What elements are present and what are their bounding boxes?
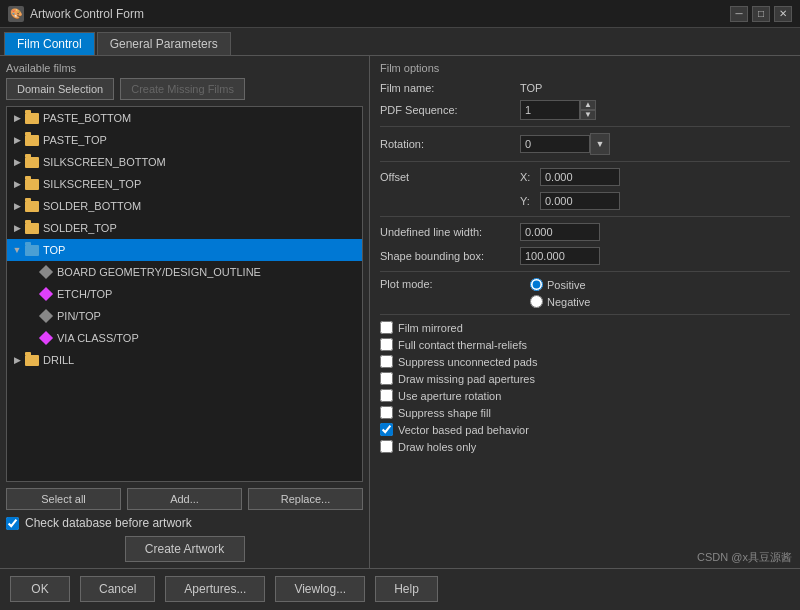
shape-bounding-box-row: Shape bounding box: [380, 247, 790, 265]
film-item-solder-bottom[interactable]: ▶ SOLDER_BOTTOM [7, 195, 362, 217]
folder-icon-paste-bottom [25, 113, 39, 124]
offset-x-label: X: [520, 171, 540, 183]
film-label-paste-bottom: PASTE_BOTTOM [43, 112, 131, 124]
diamond-icon-via-class-top [39, 331, 53, 345]
folder-icon-top [25, 245, 39, 256]
expand-arrow: ▶ [11, 156, 23, 168]
film-item-via-class-top[interactable]: VIA CLASS/TOP [23, 327, 362, 349]
title-text: Artwork Control Form [30, 7, 730, 21]
suppress-unconnected-label: Suppress unconnected pads [398, 356, 537, 368]
window-controls: ─ □ ✕ [730, 6, 792, 22]
minimize-button[interactable]: ─ [730, 6, 748, 22]
tab-general-parameters[interactable]: General Parameters [97, 32, 231, 55]
film-item-silkscreen-bottom[interactable]: ▶ SILKSCREEN_BOTTOM [7, 151, 362, 173]
film-item-silkscreen-top[interactable]: ▶ SILKSCREEN_TOP [7, 173, 362, 195]
suppress-unconnected-checkbox[interactable] [380, 355, 393, 368]
offset-x-input[interactable] [540, 168, 620, 186]
apertures-button[interactable]: Apertures... [165, 576, 265, 602]
film-item-paste-bottom[interactable]: ▶ PASTE_BOTTOM [7, 107, 362, 129]
expand-arrow-top: ▼ [11, 244, 23, 256]
film-name-label: Film name: [380, 82, 520, 94]
film-label-solder-bottom: SOLDER_BOTTOM [43, 200, 141, 212]
pdf-sequence-input[interactable] [520, 100, 580, 120]
negative-radio[interactable] [530, 295, 543, 308]
suppress-shape-checkbox[interactable] [380, 406, 393, 419]
plot-mode-label: Plot mode: [380, 278, 520, 290]
plot-mode-row: Plot mode: Positive Negative [380, 278, 790, 308]
tab-bar: Film Control General Parameters [0, 28, 800, 56]
full-contact-label: Full contact thermal-reliefs [398, 339, 527, 351]
help-button[interactable]: Help [375, 576, 438, 602]
film-item-paste-top[interactable]: ▶ PASTE_TOP [7, 129, 362, 151]
film-item-etch-top[interactable]: ETCH/TOP [23, 283, 362, 305]
offset-label: Offset [380, 171, 520, 183]
rotation-label: Rotation: [380, 138, 520, 150]
film-label-pin-top: PIN/TOP [57, 310, 101, 322]
vector-based-checkbox[interactable] [380, 423, 393, 436]
positive-radio[interactable] [530, 278, 543, 291]
right-panel: Film options Film name: TOP PDF Sequence… [370, 56, 800, 568]
create-artwork-button[interactable]: Create Artwork [125, 536, 245, 562]
film-label-silkscreen-top: SILKSCREEN_TOP [43, 178, 141, 190]
divider4 [380, 271, 790, 272]
add-button[interactable]: Add... [127, 488, 242, 510]
positive-radio-row: Positive [530, 278, 590, 291]
viewlog-button[interactable]: Viewlog... [275, 576, 365, 602]
positive-label: Positive [547, 279, 586, 291]
spin-down-button[interactable]: ▼ [580, 110, 596, 120]
close-button[interactable]: ✕ [774, 6, 792, 22]
rotation-dropdown-btn[interactable]: ▼ [590, 133, 610, 155]
film-item-drill[interactable]: ▶ DRILL [7, 349, 362, 371]
maximize-button[interactable]: □ [752, 6, 770, 22]
divider2 [380, 161, 790, 162]
film-options-label: Film options [380, 62, 790, 74]
film-item-solder-top[interactable]: ▶ SOLDER_TOP [7, 217, 362, 239]
select-all-button[interactable]: Select all [6, 488, 121, 510]
suppress-unconnected-option: Suppress unconnected pads [380, 355, 790, 368]
draw-holes-checkbox[interactable] [380, 440, 393, 453]
check-db-checkbox[interactable] [6, 517, 19, 530]
shape-bounding-box-input[interactable] [520, 247, 600, 265]
full-contact-checkbox[interactable] [380, 338, 393, 351]
film-list[interactable]: ▶ PASTE_BOTTOM ▶ PASTE_TOP ▶ SILKSCREEN_… [6, 106, 363, 482]
domain-selection-button[interactable]: Domain Selection [6, 78, 114, 100]
bottom-bar: OK Cancel Apertures... Viewlog... Help [0, 568, 800, 608]
create-missing-button[interactable]: Create Missing Films [120, 78, 245, 100]
film-item-board-geometry[interactable]: BOARD GEOMETRY/DESIGN_OUTLINE [23, 261, 362, 283]
cancel-button[interactable]: Cancel [80, 576, 155, 602]
offset-y-input[interactable] [540, 192, 620, 210]
ok-button[interactable]: OK [10, 576, 70, 602]
replace-button[interactable]: Replace... [248, 488, 363, 510]
spin-buttons: ▲ ▼ [580, 100, 596, 120]
undefined-line-width-input[interactable] [520, 223, 600, 241]
film-label-etch-top: ETCH/TOP [57, 288, 112, 300]
expand-arrow [27, 266, 39, 278]
top-button-row: Domain Selection Create Missing Films [6, 78, 363, 100]
diamond-icon-board-geometry [39, 265, 53, 279]
diamond-icon-etch-top [39, 287, 53, 301]
film-label-via-class-top: VIA CLASS/TOP [57, 332, 139, 344]
expand-arrow: ▶ [11, 178, 23, 190]
film-label-solder-top: SOLDER_TOP [43, 222, 117, 234]
expand-arrow [27, 288, 39, 300]
use-aperture-checkbox[interactable] [380, 389, 393, 402]
film-mirrored-checkbox[interactable] [380, 321, 393, 334]
film-label-board-geometry: BOARD GEOMETRY/DESIGN_OUTLINE [57, 266, 261, 278]
draw-missing-checkbox[interactable] [380, 372, 393, 385]
diamond-icon-pin-top [39, 309, 53, 323]
spin-up-button[interactable]: ▲ [580, 100, 596, 110]
expand-arrow: ▶ [11, 222, 23, 234]
tab-film-control[interactable]: Film Control [4, 32, 95, 55]
app-icon: 🎨 [8, 6, 24, 22]
film-item-top[interactable]: ▼ TOP [7, 239, 362, 261]
pdf-sequence-row: PDF Sequence: ▲ ▼ [380, 100, 790, 120]
left-panel: Available films Domain Selection Create … [0, 56, 370, 568]
negative-label: Negative [547, 296, 590, 308]
rotation-input[interactable] [520, 135, 590, 153]
film-item-pin-top[interactable]: PIN/TOP [23, 305, 362, 327]
offset-row: Offset X: [380, 168, 790, 186]
film-label-drill: DRILL [43, 354, 74, 366]
expand-arrow [27, 332, 39, 344]
undefined-line-width-row: Undefined line width: [380, 223, 790, 241]
shape-bounding-box-label: Shape bounding box: [380, 250, 520, 262]
